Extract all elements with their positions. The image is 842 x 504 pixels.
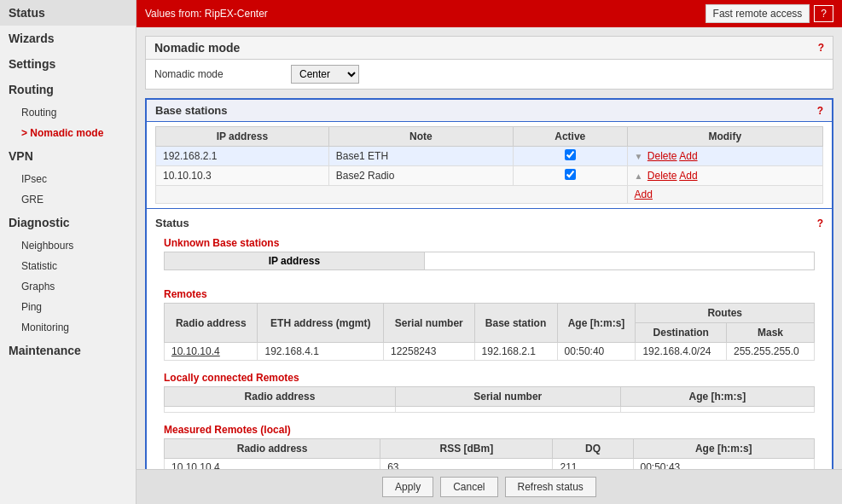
remotes-content: Radio address ETH address (mgmt) Serial … — [155, 303, 823, 368]
topbar: Values from: RipEX-Center Fast remote ac… — [136, 0, 842, 27]
nomadic-mode-title: Nomadic mode — [154, 41, 240, 55]
nomadic-mode-section: Nomadic mode ? Nomadic mode Center Remot… — [145, 36, 833, 90]
bottombar: Apply Cancel Refresh status — [136, 469, 842, 504]
unknown-value-cell — [424, 252, 814, 270]
table-row: 10.10.10.3 Base2 Radio ▲ Delete Add — [156, 166, 823, 186]
base-stations-table: IP address Note Active Modify 192.168.2.… — [155, 126, 823, 204]
remotes-table: Radio address ETH address (mgmt) Serial … — [164, 303, 815, 361]
status-inner-title: Status — [155, 217, 189, 229]
col-m-dq: DQ — [553, 439, 633, 459]
cell-mask: 255.255.255.0 — [727, 343, 815, 361]
base-stations-table-wrap: IP address Note Active Modify 192.168.2.… — [147, 122, 832, 208]
active-checkbox-0[interactable] — [565, 149, 576, 160]
apply-button[interactable]: Apply — [382, 477, 433, 497]
table-row: 10.10.10.4 192.168.4.1 12258243 192.168.… — [165, 343, 815, 361]
unknown-table: IP address — [164, 252, 815, 270]
nomadic-mode-label: Nomadic mode — [154, 68, 282, 80]
local-empty-serial — [395, 407, 620, 413]
cell-destination: 192.168.4.0/24 — [636, 343, 727, 361]
col-radio: Radio address — [165, 304, 258, 343]
base-stations-header: Base stations ? — [147, 100, 832, 122]
sidebar-item-routing-sub[interactable]: Routing — [0, 102, 136, 123]
add-row-empty — [156, 186, 628, 204]
unknown-title: Unknown Base stations — [155, 233, 823, 252]
cell-active — [513, 147, 627, 166]
sidebar-item-ping[interactable]: Ping — [0, 297, 136, 317]
status-inner-help[interactable]: ? — [817, 217, 823, 229]
add-row-cell: Add — [627, 186, 822, 204]
col-note: Note — [328, 127, 513, 147]
col-destination: Destination — [636, 323, 727, 343]
sidebar-item-statistic[interactable]: Statistic — [0, 256, 136, 276]
cell-active — [513, 166, 627, 186]
refresh-status-button[interactable]: Refresh status — [505, 477, 596, 497]
sidebar-item-maintenance[interactable]: Maintenance — [0, 338, 136, 363]
status-inner-header: Status ? — [155, 213, 823, 233]
sidebar-item-wizards[interactable]: Wizards — [0, 26, 136, 51]
col-modify: Modify — [627, 127, 822, 147]
topbar-help-button[interactable]: ? — [814, 5, 833, 22]
sidebar-item-monitoring[interactable]: Monitoring — [0, 317, 136, 338]
sidebar-item-diagnostic[interactable]: Diagnostic — [0, 210, 136, 235]
measured-title: Measured Remotes (local) — [155, 420, 823, 438]
active-checkbox-1[interactable] — [565, 169, 576, 180]
base-stations-help[interactable]: ? — [817, 105, 823, 117]
cell-eth: 192.168.4.1 — [258, 343, 384, 361]
local-table: Radio address Serial number Age [h:m:s] — [164, 386, 815, 413]
cell-radio[interactable]: 10.10.10.4 — [165, 343, 258, 361]
add-link-bottom[interactable]: Add — [635, 188, 653, 200]
table-row: 192.168.2.1 Base1 ETH ▼ Delete Add — [156, 147, 823, 166]
delete-link-1[interactable]: Delete — [647, 170, 677, 182]
add-link-1[interactable]: Add — [679, 170, 697, 182]
measured-content: Radio address RSS [dBm] DQ Age [h:m:s] 1… — [155, 438, 823, 469]
main-panel: Values from: RipEX-Center Fast remote ac… — [136, 0, 842, 504]
unknown-col-ip: IP address — [165, 252, 425, 270]
nomadic-mode-header: Nomadic mode ? — [146, 37, 833, 60]
nomadic-mode-help[interactable]: ? — [818, 42, 824, 54]
sidebar-item-gre[interactable]: GRE — [0, 189, 136, 210]
local-content: Radio address Serial number Age [h:m:s] — [155, 386, 823, 420]
cell-base: 192.168.2.1 — [474, 343, 557, 361]
col-m-radio: Radio address — [165, 439, 380, 459]
add-link-0[interactable]: Add — [679, 150, 697, 162]
cell-m-dq: 211 — [553, 459, 633, 470]
topbar-right: Fast remote access ? — [706, 4, 833, 23]
col-base: Base station — [474, 304, 557, 343]
col-mask: Mask — [727, 323, 815, 343]
delete-link-0[interactable]: Delete — [647, 150, 677, 162]
col-routes: Routes — [636, 304, 815, 323]
sidebar-item-graphs[interactable]: Graphs — [0, 276, 136, 297]
cell-note: Base1 ETH — [328, 147, 513, 166]
cell-m-radio[interactable]: 10.10.10.4 — [165, 459, 380, 470]
cancel-button[interactable]: Cancel — [440, 477, 497, 497]
nomadic-mode-select[interactable]: Center Remote — [291, 65, 359, 84]
cell-modify: ▲ Delete Add — [627, 166, 822, 186]
add-row: Add — [156, 186, 823, 204]
sidebar-item-vpn[interactable]: VPN — [0, 143, 136, 169]
content-area: Nomadic mode ? Nomadic mode Center Remot… — [136, 27, 842, 469]
sidebar-item-settings[interactable]: Settings — [0, 51, 136, 77]
col-m-age: Age [h:m:s] — [633, 439, 814, 459]
sidebar-item-ipsec[interactable]: IPsec — [0, 169, 136, 189]
fast-remote-access-button[interactable]: Fast remote access — [706, 4, 810, 23]
col-age: Age [h:m:s] — [557, 304, 636, 343]
local-empty-radio — [165, 407, 396, 413]
topbar-title: Values from: RipEX-Center — [145, 8, 268, 20]
base-stations-title: Base stations — [155, 104, 228, 117]
cell-m-age: 00:50:43 — [633, 459, 814, 470]
cell-serial: 12258243 — [384, 343, 475, 361]
col-ip: IP address — [156, 127, 329, 147]
unknown-content: IP address — [155, 252, 823, 284]
measured-table: Radio address RSS [dBm] DQ Age [h:m:s] 1… — [164, 438, 815, 469]
sidebar-item-routing[interactable]: Routing — [0, 77, 136, 102]
cell-modify: ▼ Delete Add — [627, 147, 822, 166]
col-m-rss: RSS [dBm] — [380, 439, 553, 459]
local-empty-age — [620, 407, 814, 413]
sidebar-item-status[interactable]: Status — [0, 0, 136, 26]
cell-age: 00:50:40 — [557, 343, 636, 361]
sidebar-item-neighbours[interactable]: Neighbours — [0, 235, 136, 256]
sidebar-item-nomadic-mode[interactable]: Nomadic mode — [0, 123, 136, 143]
status-inner-section: Status ? Unknown Base stations IP addres… — [147, 208, 832, 469]
col-local-serial: Serial number — [395, 387, 620, 407]
col-active: Active — [513, 127, 627, 147]
